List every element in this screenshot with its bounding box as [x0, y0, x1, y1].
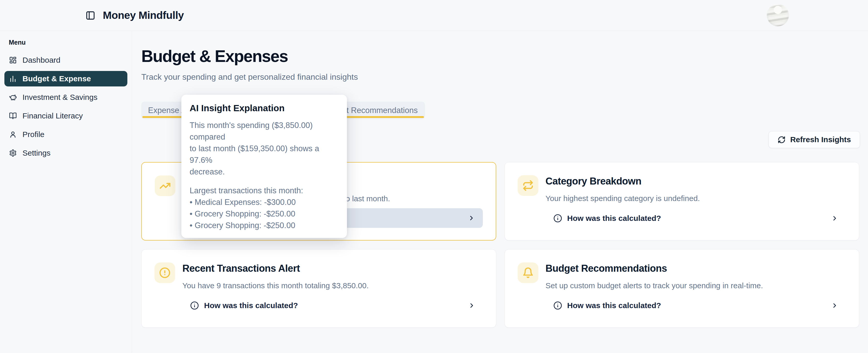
- sidebar-item-label: Financial Literacy: [23, 111, 83, 120]
- how-calculated-button[interactable]: How was this calculated?: [546, 296, 846, 315]
- refresh-insights-label: Refresh Insights: [790, 135, 851, 144]
- page-title: Budget & Expenses: [141, 47, 868, 65]
- card-title: Budget Recommendations: [546, 262, 846, 274]
- gear-icon: [9, 149, 17, 157]
- chevron-right-icon: [831, 215, 838, 222]
- sidebar-item-label: Budget & Expense: [23, 74, 91, 83]
- user-icon: [9, 131, 17, 138]
- info-icon: [190, 301, 199, 310]
- sidebar-item-label: Profile: [23, 130, 44, 139]
- icon-chip: [518, 262, 538, 283]
- card-content: Recent Transactions Alert You have 9 tra…: [182, 262, 483, 315]
- icon-chip: [518, 175, 538, 196]
- sidebar-item-dashboard[interactable]: Dashboard: [4, 52, 127, 68]
- repeat-icon: [522, 180, 534, 191]
- card-body: Your highest spending category is undefi…: [546, 193, 846, 204]
- icon-chip: [155, 175, 176, 196]
- chevron-right-icon: [831, 302, 838, 309]
- avatar[interactable]: [767, 4, 789, 26]
- refresh-insights-button[interactable]: Refresh Insights: [769, 131, 860, 148]
- chevron-right-icon: [468, 214, 475, 222]
- sidebar-item-profile[interactable]: Profile: [4, 127, 127, 142]
- sidebar-item-settings[interactable]: Settings: [4, 145, 127, 161]
- how-calculated-label: How was this calculated?: [567, 301, 661, 310]
- app-header: Money Mindfully: [0, 0, 868, 31]
- sidebar-toggle-icon[interactable]: [85, 10, 96, 21]
- info-icon: [553, 301, 562, 310]
- bar-chart-icon: [9, 75, 17, 82]
- piggy-bank-icon: [9, 94, 17, 101]
- card-body: Set up custom budget alerts to track you…: [546, 281, 846, 291]
- sidebar-section-label: Menu: [9, 39, 132, 46]
- card-content: Budget Recommendations Set up custom bud…: [546, 262, 846, 315]
- sidebar-item-financial-literacy[interactable]: Financial Literacy: [4, 108, 127, 123]
- info-icon: [553, 214, 562, 223]
- open-book-icon: [9, 112, 17, 120]
- sidebar-item-label: Dashboard: [23, 56, 60, 65]
- card-title: Recent Transactions Alert: [182, 262, 483, 274]
- how-calculated-button[interactable]: How was this calculated?: [182, 296, 483, 315]
- card-body: You have 9 transactions this month total…: [182, 281, 483, 291]
- sidebar-item-label: Settings: [23, 149, 51, 157]
- sidebar-item-investment-savings[interactable]: Investment & Savings: [4, 90, 127, 105]
- refresh-icon: [778, 136, 785, 144]
- app-title: Money Mindfully: [103, 9, 184, 22]
- sidebar-item-budget-expense[interactable]: Budget & Expense: [4, 71, 127, 86]
- card-category-breakdown: Category Breakdown Your highest spending…: [504, 162, 860, 241]
- sidebar-item-label: Investment & Savings: [23, 93, 97, 102]
- popover-transactions-list: Largest transactions this month: • Medic…: [190, 185, 339, 231]
- card-content: Category Breakdown Your highest spending…: [546, 175, 846, 228]
- main-content: Budget & Expenses Track your spending an…: [132, 31, 868, 353]
- sidebar-nav: Dashboard Budget & Expense Investme: [0, 52, 132, 161]
- icon-chip: [154, 262, 175, 283]
- popover-title: AI Insight Explanation: [190, 103, 339, 113]
- bell-icon: [522, 267, 534, 278]
- popover-summary-text: This month's spending ($3,850.00) compar…: [190, 119, 339, 178]
- card-budget-recommendations: Budget Recommendations Set up custom bud…: [504, 249, 860, 328]
- ai-insight-popover: AI Insight Explanation This month's spen…: [181, 95, 347, 238]
- how-calculated-label: How was this calculated?: [567, 214, 661, 223]
- alert-circle-icon: [159, 267, 170, 278]
- chevron-right-icon: [468, 302, 475, 309]
- how-calculated-button[interactable]: How was this calculated?: [546, 209, 846, 228]
- how-calculated-label: How was this calculated?: [204, 301, 298, 310]
- card-title: Category Breakdown: [546, 175, 846, 187]
- dashboard-icon: [9, 56, 17, 64]
- trending-up-icon: [159, 180, 171, 191]
- sidebar: Menu Dashboard Budget & Expense: [0, 31, 132, 353]
- card-recent-transactions-alert: Recent Transactions Alert You have 9 tra…: [141, 249, 496, 328]
- page-subtitle: Track your spending and get personalized…: [141, 72, 868, 82]
